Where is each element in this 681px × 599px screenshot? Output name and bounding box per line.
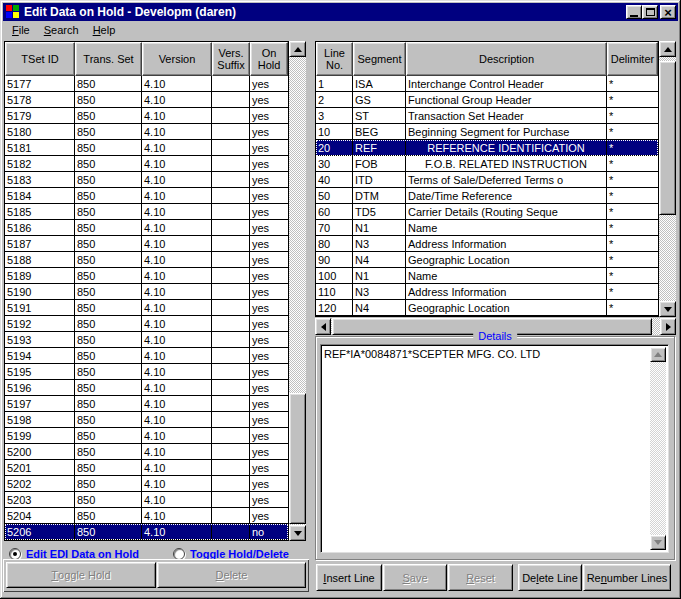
cell-delimiter[interactable]: * xyxy=(607,124,658,140)
cell-trans-set[interactable]: 850 xyxy=(75,316,142,332)
cell-tset-id[interactable]: 5199 xyxy=(5,428,75,444)
cell-tset-id[interactable]: 5177 xyxy=(5,76,75,92)
cell-segment[interactable]: ITD xyxy=(353,172,406,188)
tset-row[interactable]: 51868504.10yes xyxy=(5,220,288,236)
cell-line-no[interactable]: 100 xyxy=(316,268,353,284)
cell-on-hold[interactable]: yes xyxy=(250,220,288,236)
cell-vers-suffix[interactable] xyxy=(212,156,250,172)
details-vscrollbar[interactable] xyxy=(650,347,666,550)
cell-description[interactable]: Transaction Set Header xyxy=(406,108,607,124)
cell-delimiter[interactable]: * xyxy=(607,172,658,188)
cell-line-no[interactable]: 60 xyxy=(316,204,353,220)
cell-on-hold[interactable]: yes xyxy=(250,268,288,284)
cell-tset-id[interactable]: 5198 xyxy=(5,412,75,428)
cell-trans-set[interactable]: 850 xyxy=(75,92,142,108)
cell-trans-set[interactable]: 850 xyxy=(75,364,142,380)
tset-row[interactable]: 51808504.10yes xyxy=(5,124,288,140)
cell-tset-id[interactable]: 5196 xyxy=(5,380,75,396)
cell-version[interactable]: 4.10 xyxy=(142,236,212,252)
tset-row[interactable]: 51778504.10yes xyxy=(5,76,288,92)
cell-line-no[interactable]: 50 xyxy=(316,188,353,204)
tset-row[interactable]: 51928504.10yes xyxy=(5,316,288,332)
segment-row[interactable]: 2GSFunctional Group Header* xyxy=(316,92,658,108)
cell-tset-id[interactable]: 5186 xyxy=(5,220,75,236)
cell-on-hold[interactable]: yes xyxy=(250,92,288,108)
cell-tset-id[interactable]: 5193 xyxy=(5,332,75,348)
scroll-down-button[interactable] xyxy=(659,301,676,317)
cell-trans-set[interactable]: 850 xyxy=(75,508,142,524)
scroll-up-button[interactable] xyxy=(659,41,676,57)
menu-search[interactable]: Search xyxy=(37,22,86,39)
cell-on-hold[interactable]: yes xyxy=(250,236,288,252)
cell-trans-set[interactable]: 850 xyxy=(75,412,142,428)
menu-help[interactable]: Help xyxy=(86,22,123,39)
cell-line-no[interactable]: 3 xyxy=(316,108,353,124)
cell-trans-set[interactable]: 850 xyxy=(75,444,142,460)
minimize-button[interactable] xyxy=(626,5,642,19)
cell-vers-suffix[interactable] xyxy=(212,524,250,540)
cell-vers-suffix[interactable] xyxy=(212,252,250,268)
cell-version[interactable]: 4.10 xyxy=(142,460,212,476)
tset-row[interactable]: 52028504.10yes xyxy=(5,476,288,492)
tset-row[interactable]: 51888504.10yes xyxy=(5,252,288,268)
cell-delimiter[interactable]: * xyxy=(607,268,658,284)
cell-line-no[interactable]: 110 xyxy=(316,284,353,300)
cell-version[interactable]: 4.10 xyxy=(142,524,212,540)
maximize-button[interactable] xyxy=(642,5,658,19)
cell-delimiter[interactable]: * xyxy=(607,188,658,204)
cell-version[interactable]: 4.10 xyxy=(142,220,212,236)
tset-row[interactable]: 51938504.10yes xyxy=(5,332,288,348)
cell-vers-suffix[interactable] xyxy=(212,76,250,92)
cell-on-hold[interactable]: yes xyxy=(250,396,288,412)
cell-description[interactable]: Name xyxy=(406,220,607,236)
segment-row[interactable]: 110N3Address Information* xyxy=(316,284,658,300)
cell-segment[interactable]: N4 xyxy=(353,300,406,316)
cell-trans-set[interactable]: 850 xyxy=(75,348,142,364)
tset-row[interactable]: 51878504.10yes xyxy=(5,236,288,252)
cell-tset-id[interactable]: 5190 xyxy=(5,284,75,300)
cell-tset-id[interactable]: 5202 xyxy=(5,476,75,492)
cell-version[interactable]: 4.10 xyxy=(142,492,212,508)
cell-tset-id[interactable]: 5192 xyxy=(5,316,75,332)
segment-row[interactable]: 30FOBF.O.B. RELATED INSTRUCTION* xyxy=(316,156,658,172)
cell-trans-set[interactable]: 850 xyxy=(75,252,142,268)
cell-description[interactable]: Interchange Control Header xyxy=(406,76,607,92)
cell-tset-id[interactable]: 5180 xyxy=(5,124,75,140)
cell-tset-id[interactable]: 5204 xyxy=(5,508,75,524)
cell-version[interactable]: 4.10 xyxy=(142,332,212,348)
cell-vers-suffix[interactable] xyxy=(212,332,250,348)
cell-tset-id[interactable]: 5201 xyxy=(5,460,75,476)
cell-segment[interactable]: N4 xyxy=(353,252,406,268)
cell-description[interactable]: F.O.B. RELATED INSTRUCTION xyxy=(406,156,607,172)
cell-vers-suffix[interactable] xyxy=(212,476,250,492)
cell-on-hold[interactable]: yes xyxy=(250,284,288,300)
cell-version[interactable]: 4.10 xyxy=(142,76,212,92)
cell-trans-set[interactable]: 850 xyxy=(75,492,142,508)
cell-version[interactable]: 4.10 xyxy=(142,252,212,268)
tset-row[interactable]: 51968504.10yes xyxy=(5,380,288,396)
tset-row[interactable]: 52018504.10yes xyxy=(5,460,288,476)
cell-version[interactable]: 4.10 xyxy=(142,444,212,460)
cell-version[interactable]: 4.10 xyxy=(142,108,212,124)
cell-description[interactable]: Date/Time Reference xyxy=(406,188,607,204)
cell-on-hold[interactable]: yes xyxy=(250,412,288,428)
cell-tset-id[interactable]: 5181 xyxy=(5,140,75,156)
cell-on-hold[interactable]: yes xyxy=(250,332,288,348)
cell-tset-id[interactable]: 5189 xyxy=(5,268,75,284)
cell-trans-set[interactable]: 850 xyxy=(75,476,142,492)
cell-segment[interactable]: N3 xyxy=(353,284,406,300)
cell-vers-suffix[interactable] xyxy=(212,380,250,396)
tset-row[interactable]: 51818504.10yes xyxy=(5,140,288,156)
cell-trans-set[interactable]: 850 xyxy=(75,524,142,540)
cell-on-hold[interactable]: yes xyxy=(250,492,288,508)
tset-row[interactable]: 51898504.10yes xyxy=(5,268,288,284)
cell-trans-set[interactable]: 850 xyxy=(75,380,142,396)
cell-tset-id[interactable]: 5178 xyxy=(5,92,75,108)
tset-row[interactable]: 51998504.10yes xyxy=(5,428,288,444)
cell-vers-suffix[interactable] xyxy=(212,92,250,108)
cell-line-no[interactable]: 10 xyxy=(316,124,353,140)
cell-segment[interactable]: N3 xyxy=(353,236,406,252)
tset-row[interactable]: 51828504.10yes xyxy=(5,156,288,172)
cell-line-no[interactable]: 90 xyxy=(316,252,353,268)
cell-segment[interactable]: REF xyxy=(353,140,406,156)
